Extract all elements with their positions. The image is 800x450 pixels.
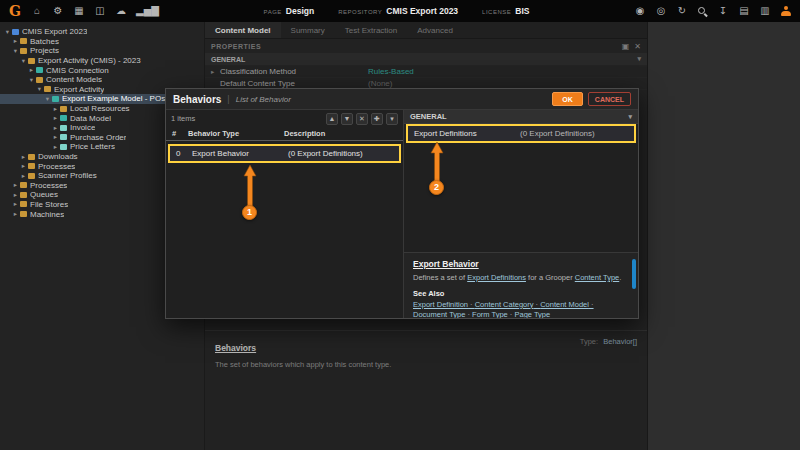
expander-icon[interactable]: ▸	[19, 172, 28, 180]
tools-icon[interactable]: ⚙	[52, 1, 64, 21]
annotation-badge-2: 2	[429, 180, 444, 195]
tab-test-extraction[interactable]: Test Extraction	[335, 22, 407, 38]
tree-item-projects[interactable]: ▾ Projects	[0, 46, 204, 56]
dialog-header[interactable]: Behaviors | List of Behavior OK CANCEL	[166, 89, 638, 110]
behaviors-dialog: Behaviors | List of Behavior OK CANCEL 1…	[165, 88, 639, 319]
stats-icon[interactable]: ▂▅▇	[136, 1, 159, 21]
expander-icon[interactable]: ▸	[11, 200, 20, 208]
expander-icon[interactable]: ▾	[3, 28, 12, 36]
home-icon[interactable]: ⌂	[31, 1, 43, 21]
expander-icon[interactable]: ▸	[51, 124, 60, 132]
tree-item-batches[interactable]: ▸ Batches	[0, 37, 204, 47]
folder-icon	[20, 48, 27, 54]
modules-icon[interactable]: ▦	[73, 1, 85, 21]
expander-icon[interactable]: ▸	[27, 66, 36, 74]
page-type-link[interactable]: Page Type	[508, 310, 550, 318]
export-definitions-link[interactable]: Export Definitions	[467, 273, 526, 282]
delete-icon[interactable]: ✕	[356, 113, 368, 125]
see-also-heading: See Also	[413, 289, 629, 298]
stack-icon[interactable]: ▥	[759, 1, 771, 21]
search-icon[interactable]	[697, 6, 708, 17]
chevron-down-icon[interactable]: ▾	[628, 113, 632, 121]
expander-icon[interactable]: ▸	[51, 105, 60, 113]
property-row-classification-method[interactable]: ▸ Classification Method Rules-Based	[205, 66, 647, 78]
dialog-body: 1 items ▲ ▼ ✕ ✚ ▾ # Behavior Type Descri…	[166, 110, 638, 318]
expander-icon[interactable]: ▸	[11, 210, 20, 218]
tab-summary[interactable]: Summary	[281, 22, 335, 38]
behavior-row-export[interactable]: 0 Export Behavior (0 Export Definitions)	[170, 146, 399, 161]
refresh-icon[interactable]: ↻	[676, 1, 688, 21]
tree-item-label: Processes	[38, 162, 75, 171]
download-icon[interactable]: ↧	[717, 1, 729, 21]
expander-icon[interactable]: ▾	[27, 76, 36, 84]
content-model-link[interactable]: Content Model	[534, 300, 589, 309]
add-dropdown-icon[interactable]: ▾	[386, 113, 398, 125]
properties-general-section[interactable]: GENERAL ▾	[205, 53, 647, 66]
tab-content-model[interactable]: Content Model	[205, 22, 281, 38]
property-value: (0 Export Definitions)	[520, 129, 595, 138]
tree-item-label: Data Model	[70, 114, 111, 123]
license-value: BIS	[515, 6, 529, 16]
column-number: #	[172, 129, 188, 138]
folder-icon	[20, 201, 27, 207]
ok-button[interactable]: OK	[552, 92, 583, 106]
properties-toolbar: PROPERTIES ▣ ✕	[205, 39, 647, 53]
folder-icon	[20, 38, 27, 44]
categorized-view-icon[interactable]: ▣	[622, 42, 630, 51]
folder-icon	[44, 86, 51, 92]
add-icon[interactable]: ✚	[371, 113, 383, 125]
content-category-link[interactable]: Content Category	[468, 300, 533, 309]
help-scrollbar[interactable]	[632, 259, 636, 289]
collapse-all-icon[interactable]: ✕	[634, 42, 641, 51]
folder-icon	[20, 192, 27, 198]
record-icon[interactable]: ◉	[634, 1, 646, 21]
tree-item-content-models[interactable]: ▾ Content Models	[0, 75, 204, 85]
row-description: (0 Export Definitions)	[288, 149, 393, 158]
expander-icon[interactable]: ▾	[19, 57, 28, 65]
expander-icon[interactable]: ▸	[19, 162, 28, 170]
tree-item-label: Purchase Order	[70, 133, 126, 142]
move-up-icon[interactable]: ▲	[326, 113, 338, 125]
expander-icon[interactable]: ▾	[43, 95, 52, 103]
expander-icon[interactable]: ▸	[11, 191, 20, 199]
expander-icon[interactable]: ▸	[211, 68, 220, 76]
expander-icon[interactable]: ▸	[51, 114, 60, 122]
cloud-icon[interactable]: ☁	[115, 1, 127, 21]
form-type-link[interactable]: Form Type	[465, 310, 507, 318]
expander-icon[interactable]: ▸	[51, 143, 60, 151]
expander-icon[interactable]: ▸	[11, 37, 20, 45]
help-text: .	[619, 273, 621, 282]
cancel-button[interactable]: CANCEL	[588, 92, 631, 106]
help-pane-title: Behaviors	[215, 343, 256, 353]
tree-item-label: Downloads	[38, 152, 78, 161]
annotation-arrow-2	[430, 142, 444, 182]
user-icon[interactable]	[780, 6, 791, 17]
tree-item-export-activity-cmis[interactable]: ▾ Export Activity (CMIS) - 2023	[0, 56, 204, 66]
grooper-logo-icon: G	[9, 1, 21, 21]
expander-icon[interactable]: ▾	[35, 85, 44, 93]
document-type-icon	[60, 134, 67, 140]
property-help-pane: Type: Behavior[] Behaviors The set of be…	[205, 330, 647, 375]
content-type-link[interactable]: Content Type	[575, 273, 619, 282]
layers-icon[interactable]: ▤	[738, 1, 750, 21]
tab-advanced[interactable]: Advanced	[407, 22, 463, 38]
move-down-icon[interactable]: ▼	[341, 113, 353, 125]
property-value[interactable]: Rules-Based	[368, 67, 414, 76]
storage-icon[interactable]: ◫	[94, 1, 106, 21]
export-definition-link[interactable]: Export Definition	[413, 300, 468, 309]
general-section-header[interactable]: GENERAL ▾	[404, 110, 638, 124]
chevron-down-icon[interactable]: ▾	[637, 55, 641, 63]
tree-item-cmis-connection[interactable]: ▸ CMIS Connection	[0, 65, 204, 75]
expander-icon[interactable]: ▸	[19, 153, 28, 161]
export-definitions-row[interactable]: Export Definitions (0 Export Definitions…	[408, 126, 634, 141]
tree-item-label: Machines	[30, 210, 64, 219]
tree-item-cmis-export-2023[interactable]: ▾ CMIS Export 2023	[0, 27, 204, 37]
tree-item-label: Projects	[30, 46, 59, 55]
expander-icon[interactable]: ▾	[11, 47, 20, 55]
expander-icon[interactable]: ▸	[51, 133, 60, 141]
property-value[interactable]: (None)	[368, 79, 392, 88]
disc-icon[interactable]: ◎	[655, 1, 667, 21]
tree-item-label: Processes	[30, 181, 67, 190]
expander-icon[interactable]: ▸	[11, 181, 20, 189]
tree-item-label: Content Models	[46, 75, 102, 84]
